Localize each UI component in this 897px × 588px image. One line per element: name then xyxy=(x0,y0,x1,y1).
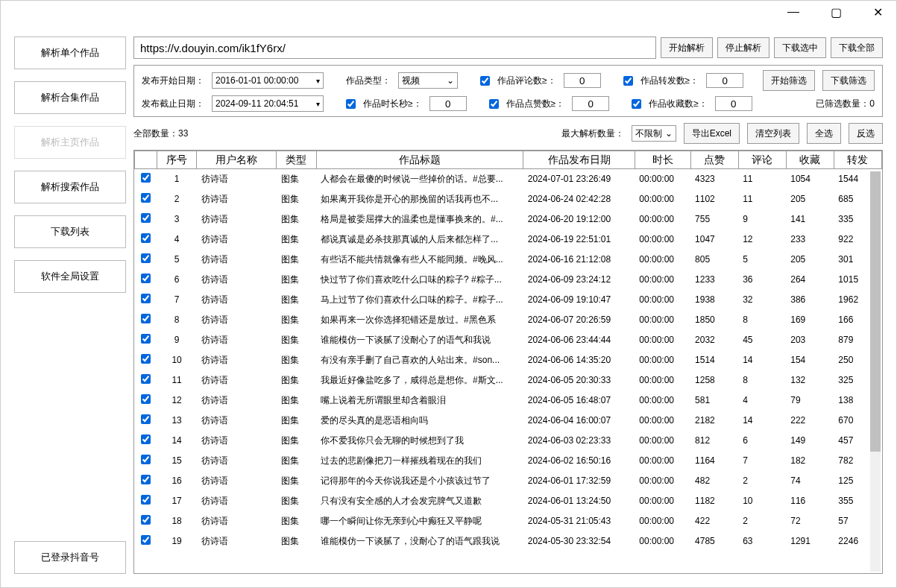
row-checkbox[interactable] xyxy=(141,294,151,303)
table-row[interactable]: 1彷诗语图集人都会在最傻的时候说一些掉价的话。#总要...2024-07-01 … xyxy=(135,169,882,189)
start-filter-button[interactable]: 开始筛选 xyxy=(763,70,815,91)
table-row[interactable]: 12彷诗语图集嘴上说着无所谓眼里却含着眼泪2024-06-05 16:48:07… xyxy=(135,391,882,411)
table-row[interactable]: 9彷诗语图集谁能模仿一下谈腻了没耐心了的语气和我说2024-06-06 23:4… xyxy=(135,330,882,350)
share-checkbox[interactable] xyxy=(623,76,633,86)
cmt-input[interactable] xyxy=(564,73,601,88)
cell-idx: 19 xyxy=(157,531,196,551)
cell-like: 805 xyxy=(690,250,738,270)
table-row[interactable]: 8彷诗语图集如果再来一次你选择犯错还是放过。#黑色系2024-06-07 20:… xyxy=(135,310,882,330)
table-row[interactable]: 7彷诗语图集马上过节了你们喜欢什么口味的粽子。#粽子...2024-06-09 … xyxy=(135,290,882,310)
url-input[interactable] xyxy=(133,37,656,59)
pub-start-date[interactable]: 2016-01-01 00:00:00 xyxy=(212,72,324,89)
row-checkbox[interactable] xyxy=(141,354,151,364)
maximize-icon[interactable]: ▢ xyxy=(823,4,849,21)
table-row[interactable]: 17彷诗语图集只有没有安全感的人才会发完脾气又道歉2024-06-01 13:2… xyxy=(135,491,882,511)
like-checkbox[interactable] xyxy=(489,99,499,109)
scrollbar[interactable] xyxy=(870,171,881,572)
header-user[interactable]: 用户名称 xyxy=(197,151,277,169)
row-checkbox[interactable] xyxy=(141,193,151,203)
fav-input[interactable] xyxy=(715,96,752,111)
scroll-thumb[interactable] xyxy=(870,171,881,452)
parse-search-button[interactable]: 解析搜索作品 xyxy=(14,171,126,203)
table-row[interactable]: 5彷诗语图集有些话不能共情就像有些人不能同频。#晚风...2024-06-16 … xyxy=(135,250,882,270)
cell-idx: 16 xyxy=(157,471,196,491)
table-row[interactable]: 14彷诗语图集你不爱我你只会无聊的时候想到了我2024-06-03 02:23:… xyxy=(135,431,882,451)
parse-single-button[interactable]: 解析单个作品 xyxy=(14,37,126,69)
row-checkbox[interactable] xyxy=(141,535,151,545)
start-parse-button[interactable]: 开始解析 xyxy=(661,37,713,58)
close-icon[interactable]: ✕ xyxy=(866,4,890,21)
download-list-button[interactable]: 下载列表 xyxy=(14,215,126,248)
header-idx[interactable]: 序号 xyxy=(157,151,196,169)
cell-idx: 14 xyxy=(157,431,196,451)
type-label: 作品类型： xyxy=(346,75,391,87)
header-fav[interactable]: 收藏 xyxy=(786,151,834,169)
like-input[interactable] xyxy=(572,96,609,111)
share-input[interactable] xyxy=(706,73,743,88)
row-checkbox[interactable] xyxy=(141,213,151,223)
row-checkbox[interactable] xyxy=(141,173,151,183)
row-checkbox[interactable] xyxy=(141,233,151,243)
row-checkbox[interactable] xyxy=(141,274,151,283)
table-row[interactable]: 6彷诗语图集快过节了你们喜欢吃什么口味的粽子? #粽子...2024-06-09… xyxy=(135,270,882,290)
export-excel-button[interactable]: 导出Excel xyxy=(684,123,740,144)
row-checkbox[interactable] xyxy=(141,394,151,404)
row-checkbox[interactable] xyxy=(141,475,151,484)
row-checkbox[interactable] xyxy=(141,495,151,505)
table-row[interactable]: 4彷诗语图集都说真诚是必杀技那真诚的人后来都怎样了...2024-06-19 2… xyxy=(135,230,882,250)
download-all-button[interactable]: 下载全部 xyxy=(831,37,883,58)
table-row[interactable]: 16彷诗语图集记得那年的今天你说我还是个小孩该过节了2024-06-01 17:… xyxy=(135,471,882,491)
header-share[interactable]: 转发 xyxy=(834,151,881,169)
row-checkbox[interactable] xyxy=(141,434,151,444)
parse-collection-button[interactable]: 解析合集作品 xyxy=(14,81,126,114)
table-row[interactable]: 15彷诗语图集过去的悲剧像把刀一样摧残着现在的我们2024-06-02 16:5… xyxy=(135,451,882,471)
cell-user: 彷诗语 xyxy=(197,411,277,431)
table-row[interactable]: 13彷诗语图集爱的尽头真的是恶语相向吗2024-06-04 16:00:0700… xyxy=(135,411,882,431)
table-row[interactable]: 3彷诗语图集格局是被委屈撑大的温柔也是懂事换来的。#...2024-06-20 … xyxy=(135,209,882,230)
row-checkbox[interactable] xyxy=(141,515,151,525)
header-title[interactable]: 作品标题 xyxy=(316,151,523,169)
invert-select-button[interactable]: 反选 xyxy=(849,123,883,144)
row-checkbox[interactable] xyxy=(141,334,151,344)
header-type[interactable]: 类型 xyxy=(277,151,316,169)
clear-list-button[interactable]: 清空列表 xyxy=(747,123,799,144)
cell-title: 如果离开我你是开心的那挽留的话我再也不... xyxy=(316,189,523,209)
cell-dur: 00:00:00 xyxy=(635,350,690,370)
cell-title: 我最近好像盐吃多了，咸得总是想你。#斯文... xyxy=(316,370,523,391)
header-date[interactable]: 作品发布日期 xyxy=(523,151,635,169)
table-row[interactable]: 19彷诗语图集谁能模仿一下谈腻了，没耐心了的语气跟我说2024-05-30 23… xyxy=(135,531,882,551)
header-like[interactable]: 点赞 xyxy=(690,151,738,169)
fav-checkbox[interactable] xyxy=(632,99,641,109)
pub-end-date[interactable]: 2024-09-11 20:04:51 xyxy=(212,95,324,112)
row-checkbox[interactable] xyxy=(141,253,151,263)
share-label: 作品转发数≥： xyxy=(641,75,699,87)
minimize-icon[interactable]: — xyxy=(780,4,807,20)
cell-type: 图集 xyxy=(277,391,316,411)
select-all-button[interactable]: 全选 xyxy=(807,123,841,144)
dur-checkbox[interactable] xyxy=(346,99,356,109)
type-select[interactable]: 视频 xyxy=(398,72,458,89)
dur-input[interactable] xyxy=(429,96,467,111)
cell-fav: 72 xyxy=(786,511,834,531)
cell-dur: 00:00:00 xyxy=(635,189,690,209)
row-checkbox[interactable] xyxy=(141,374,151,384)
row-checkbox[interactable] xyxy=(141,414,151,424)
stop-parse-button[interactable]: 停止解析 xyxy=(717,37,769,58)
row-checkbox[interactable] xyxy=(141,314,151,323)
cell-like: 755 xyxy=(690,209,738,230)
global-settings-button[interactable]: 软件全局设置 xyxy=(14,260,126,293)
table-row[interactable]: 11彷诗语图集我最近好像盐吃多了，咸得总是想你。#斯文...2024-06-05… xyxy=(135,370,882,391)
cmt-checkbox[interactable] xyxy=(480,76,490,86)
header-cmt[interactable]: 评论 xyxy=(738,151,786,169)
download-selected-button[interactable]: 下载选中 xyxy=(774,37,826,58)
filtered-count-label: 已筛选数量：0 xyxy=(816,98,875,110)
row-checkbox[interactable] xyxy=(141,455,151,464)
table-row[interactable]: 2彷诗语图集如果离开我你是开心的那挽留的话我再也不...2024-06-24 0… xyxy=(135,189,882,209)
table-row[interactable]: 18彷诗语图集哪一个瞬间让你无亲到心中癫狂又平静呢2024-05-31 21:0… xyxy=(135,511,882,531)
header-dur[interactable]: 时长 xyxy=(635,151,690,169)
table-row[interactable]: 10彷诗语图集有没有亲手删了自己喜欢的人站出来。#son...2024-06-0… xyxy=(135,350,882,370)
download-filter-button[interactable]: 下载筛选 xyxy=(822,70,875,91)
parse-homepage-button[interactable]: 解析主页作品 xyxy=(14,126,126,159)
max-parse-select[interactable]: 不限制 xyxy=(632,125,676,142)
logged-in-button[interactable]: 已登录抖音号 xyxy=(14,541,126,574)
